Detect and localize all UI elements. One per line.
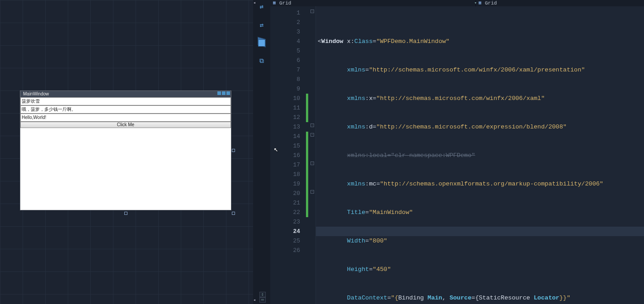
grid-icon: ▦ [273, 1, 277, 5]
breadcrumb-left[interactable]: ▦ Grid [270, 0, 476, 6]
line-number-gutter: 1234567891011121314151617181920212223242… [270, 6, 306, 304]
selection-handle-right[interactable] [232, 149, 235, 152]
outline-bar[interactable]: − − − − − [309, 6, 315, 304]
current-line-highlight [316, 227, 644, 236]
collapse-arrow-bottom-icon[interactable]: ◂ [253, 297, 256, 303]
splitter-toolbar: ◂ ⇅ ⇄ ⧉ ◂ ▯ ▭ [253, 0, 270, 304]
selection-handle-bottom[interactable] [124, 212, 127, 215]
grid-icon: ▦ [479, 1, 483, 5]
view-toggle[interactable]: ▯ ▭ [259, 292, 266, 303]
dropdown-icon[interactable]: ▾ [475, 0, 477, 5]
fold-icon[interactable]: − [310, 190, 314, 194]
fold-icon[interactable]: − [310, 124, 314, 127]
collapse-arrow-icon[interactable]: ◂ [253, 0, 258, 5]
breadcrumb-right[interactable]: ▦ Grid [476, 0, 644, 6]
modification-bar [306, 6, 309, 304]
window-control-buttons [217, 91, 230, 95]
sync-views-icon[interactable]: ⇄ [257, 20, 267, 30]
code-editor[interactable]: 1234567891011121314151617181920212223242… [270, 6, 644, 304]
horizontal-split-icon[interactable]: ▯ [259, 292, 266, 297]
window-titlebar: MainWindow [20, 91, 231, 97]
selection-handle-corner[interactable] [232, 212, 235, 215]
swap-panes-icon[interactable]: ⇅ [257, 2, 267, 12]
breadcrumb-bar: ▦ Grid ▾ ▦ Grid [270, 0, 644, 6]
code-area[interactable]: <Window x:Class="WPFDemo.MainWindow" xml… [315, 6, 644, 304]
window-title: MainWindow [23, 91, 49, 96]
designer-textbox-3[interactable]: Hello,World! [20, 114, 231, 122]
designer-window-preview[interactable]: MainWindow 菠萝吹雪 哦，菠萝，多少钱一斤啊。 Hello,World… [20, 90, 231, 210]
designer-view-icon[interactable] [258, 39, 265, 47]
designer-textbox-1[interactable]: 菠萝吹雪 [20, 97, 231, 105]
breadcrumb-left-label: Grid [279, 0, 291, 6]
fold-icon[interactable]: − [310, 162, 314, 165]
fold-icon[interactable]: − [310, 133, 314, 137]
designer-button[interactable]: Click Me [20, 122, 231, 128]
window-content: 菠萝吹雪 哦，菠萝，多少钱一斤啊。 Hello,World! Click Me [20, 97, 231, 210]
fold-icon[interactable]: − [310, 10, 314, 13]
designer-textbox-2[interactable]: 哦，菠萝，多少钱一斤啊。 [20, 105, 231, 114]
breadcrumb-right-label: Grid [485, 0, 497, 6]
vertical-split-icon[interactable]: ▭ [259, 297, 266, 303]
popout-icon[interactable]: ⧉ [257, 56, 267, 66]
designer-panel[interactable]: MainWindow 菠萝吹雪 哦，菠萝，多少钱一斤啊。 Hello,World… [0, 0, 253, 304]
